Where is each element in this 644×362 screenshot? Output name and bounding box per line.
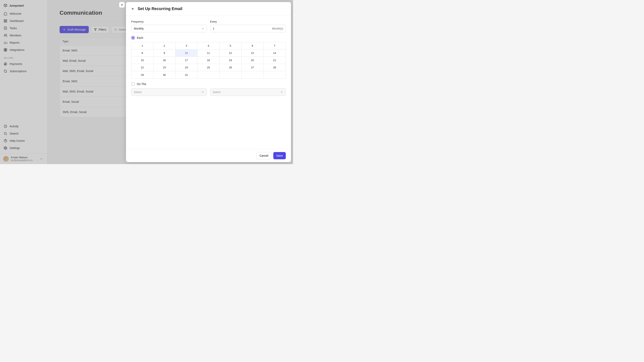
day-4[interactable]: 4 bbox=[198, 42, 219, 49]
chevron-down-icon bbox=[202, 91, 204, 93]
day-27[interactable]: 27 bbox=[242, 64, 264, 71]
recurring-email-drawer: Set Up Recurring Email Frequency Monthly… bbox=[126, 2, 291, 162]
radio-onthe-indicator bbox=[131, 82, 135, 86]
day-empty bbox=[264, 71, 286, 78]
day-10[interactable]: 10 bbox=[176, 49, 198, 57]
day-8[interactable]: 8 bbox=[132, 49, 153, 57]
day-15[interactable]: 15 bbox=[132, 57, 153, 64]
radio-each-indicator bbox=[131, 36, 135, 40]
day-16[interactable]: 16 bbox=[153, 57, 175, 64]
close-icon bbox=[120, 3, 123, 6]
day-23[interactable]: 23 bbox=[153, 64, 175, 71]
day-empty bbox=[198, 71, 219, 78]
day-6[interactable]: 6 bbox=[242, 42, 264, 49]
save-button[interactable]: Save bbox=[273, 152, 286, 159]
day-empty bbox=[220, 71, 242, 78]
day-22[interactable]: 22 bbox=[132, 64, 153, 71]
every-label: Every bbox=[210, 20, 286, 23]
day-19[interactable]: 19 bbox=[220, 57, 242, 64]
day-30[interactable]: 30 bbox=[153, 71, 175, 78]
frequency-select[interactable]: Monthly bbox=[131, 25, 207, 32]
day-9[interactable]: 9 bbox=[153, 49, 175, 57]
drawer-title: Set Up Recurring Email bbox=[138, 6, 182, 11]
day-18[interactable]: 18 bbox=[198, 57, 219, 64]
day-11[interactable]: 11 bbox=[198, 49, 219, 57]
day-12[interactable]: 12 bbox=[220, 49, 242, 57]
day-5[interactable]: 5 bbox=[220, 42, 242, 49]
cancel-button[interactable]: Cancel bbox=[256, 152, 271, 159]
day-1[interactable]: 1 bbox=[132, 42, 153, 49]
day-grid: 1234567891011121314151617181920212223242… bbox=[131, 42, 286, 79]
chevron-down-icon bbox=[202, 27, 204, 30]
chevron-down-icon bbox=[280, 91, 283, 93]
day-20[interactable]: 20 bbox=[242, 57, 264, 64]
day-28[interactable]: 28 bbox=[264, 64, 286, 71]
day-13[interactable]: 13 bbox=[242, 49, 264, 57]
day-17[interactable]: 17 bbox=[176, 57, 198, 64]
day-14[interactable]: 14 bbox=[264, 49, 286, 57]
radio-each[interactable]: Each bbox=[131, 36, 286, 40]
day-29[interactable]: 29 bbox=[132, 71, 153, 78]
onthe-day-select[interactable]: Select bbox=[210, 88, 286, 96]
back-icon[interactable] bbox=[131, 7, 135, 11]
onthe-ordinal-select[interactable]: Select bbox=[131, 88, 207, 96]
day-2[interactable]: 2 bbox=[153, 42, 175, 49]
day-empty bbox=[242, 71, 264, 78]
day-24[interactable]: 24 bbox=[176, 64, 198, 71]
day-3[interactable]: 3 bbox=[176, 42, 198, 49]
every-input[interactable]: 1Month(s) bbox=[210, 25, 286, 32]
day-31[interactable]: 31 bbox=[176, 71, 198, 78]
radio-onthe[interactable]: On The bbox=[131, 82, 286, 86]
close-drawer-button[interactable] bbox=[119, 2, 125, 8]
day-7[interactable]: 7 bbox=[264, 42, 286, 49]
day-21[interactable]: 21 bbox=[264, 57, 286, 64]
day-25[interactable]: 25 bbox=[198, 64, 219, 71]
frequency-label: Frequency bbox=[131, 20, 207, 23]
day-26[interactable]: 26 bbox=[220, 64, 242, 71]
